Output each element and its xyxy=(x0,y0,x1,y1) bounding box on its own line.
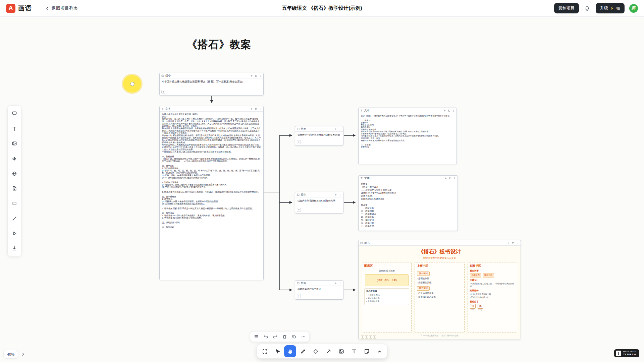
select-tool[interactable] xyxy=(271,345,283,357)
more-tools-button[interactable] xyxy=(373,345,385,357)
cursor-icon xyxy=(274,348,281,355)
text-tool[interactable] xyxy=(348,345,360,357)
menu-button[interactable] xyxy=(252,332,261,341)
text-tool-button[interactable] xyxy=(10,124,19,133)
zoom-level[interactable]: 40% xyxy=(3,350,18,359)
expand-panel-button[interactable] xyxy=(19,351,27,358)
more-icon[interactable] xyxy=(452,109,455,112)
board-title: 《搭石》板书设计 xyxy=(362,248,517,255)
eraser-tool[interactable] xyxy=(310,345,322,357)
frame-action-button[interactable] xyxy=(361,335,364,339)
sparkle-icon[interactable] xyxy=(507,241,510,244)
section-header: 易错生字 xyxy=(470,300,515,303)
ai-sparkle-button[interactable] xyxy=(297,140,301,144)
comment-tool-button[interactable] xyxy=(10,109,19,118)
board-column-main: 上板书区 第一课时 搭石的作用 摆搭石的美德 第二课时 行人协调有序美 敬老谦让… xyxy=(415,262,464,333)
sparkle-icon[interactable] xyxy=(444,177,447,180)
audio-tool-button[interactable] xyxy=(10,154,19,163)
sparkle-icon[interactable] xyxy=(334,193,337,196)
sparkle-icon[interactable] xyxy=(334,127,337,130)
undo-button[interactable] xyxy=(261,332,270,341)
character-box: 汛 xùn xyxy=(470,304,476,311)
asset-tool[interactable] xyxy=(335,345,347,357)
image-tool-button[interactable] xyxy=(10,139,19,148)
note-tool[interactable] xyxy=(361,345,373,357)
hand-tool[interactable] xyxy=(284,345,296,357)
prompt-card-3[interactable]: 指令 结合内容帮我做翻页ppt,设计ppt大纲 xyxy=(295,192,343,214)
export-tool-button[interactable] xyxy=(10,244,19,253)
web-tool-button[interactable] xyxy=(10,169,19,178)
more-icon[interactable] xyxy=(259,74,262,77)
trash-icon xyxy=(282,334,287,340)
more-icon[interactable] xyxy=(453,177,456,180)
frame-action-button[interactable] xyxy=(369,335,372,339)
list-item: 敬老谦让的心灵美 xyxy=(417,295,462,299)
document-text: 你好!小学五年级上册语文第五课《搭石》 原文: 我的家乡有一条无名小溪,五六个小… xyxy=(160,112,263,280)
expand-icon[interactable] xyxy=(448,177,451,180)
sparkle-icon[interactable] xyxy=(250,74,253,77)
connector-tool-button[interactable] xyxy=(10,214,19,223)
more-icon[interactable] xyxy=(259,107,262,110)
frame-action-button[interactable] xyxy=(365,335,368,339)
more-icon[interactable] xyxy=(516,241,519,244)
globe-icon xyxy=(11,171,17,177)
more-icon[interactable] xyxy=(338,193,341,196)
sparkle-icon[interactable] xyxy=(443,109,446,112)
sparkle-icon[interactable] xyxy=(250,107,253,110)
expand-icon[interactable] xyxy=(512,241,515,244)
badge-line1: MADE WITH xyxy=(623,351,637,353)
frame-action-button[interactable] xyxy=(373,335,376,339)
prompt-card-2[interactable]: 指令 请用教学中的生字运用技巧讲解搭配示例 xyxy=(295,126,343,146)
frame-tool-button[interactable] xyxy=(10,199,19,208)
undo-icon xyxy=(263,334,269,340)
more-options-button[interactable] xyxy=(299,332,308,341)
column-header: 副板书区 xyxy=(470,264,515,268)
upgrade-button[interactable]: 升级 48 xyxy=(596,3,625,13)
redo-button[interactable] xyxy=(271,332,279,341)
expand-icon[interactable] xyxy=(254,74,257,77)
ai-sparkle-button[interactable] xyxy=(161,90,165,94)
board-frame[interactable]: 板书 《搭石》板书设计 理解语文教学的逻辑美与人文美 图示区 背景图:搭石场景 … xyxy=(358,240,521,340)
text-card-lesson-plan[interactable]: 文本 你好!小学五年级上册语文第五课《搭石》 原文: 我的家乡有一条无名小溪,五… xyxy=(159,106,264,280)
back-to-projects-link[interactable]: 返回项目列表 xyxy=(45,5,78,11)
tldraw-logo-icon: t xyxy=(616,351,621,356)
list-item: 比较:身边平凡事物之美 xyxy=(470,293,515,296)
app-logo[interactable]: A 画语 xyxy=(6,4,32,13)
highlighted-shape[interactable] xyxy=(130,81,135,86)
ai-sparkle-button[interactable] xyxy=(297,294,301,298)
user-avatar[interactable]: 师 xyxy=(629,4,638,13)
text-icon xyxy=(360,177,363,180)
document-tool-button[interactable] xyxy=(10,184,19,193)
tldraw-badge[interactable]: t MADE WITH TLDRAW xyxy=(614,349,639,357)
highlight-glow[interactable] xyxy=(123,75,141,93)
text-card-characters[interactable]: 文本 你好!《搭石》一课的教学内容,涵盖课文重点生字中的三个典型生字进行详细讲解… xyxy=(358,108,457,164)
sparkle-icon[interactable] xyxy=(334,282,337,285)
page-title[interactable]: 《搭石》教案 xyxy=(187,38,251,52)
column-header: 图示区 xyxy=(364,264,409,268)
prompt-card-4[interactable]: 指令 接着教案进行板书设计 xyxy=(295,280,343,300)
expand-icon[interactable] xyxy=(447,109,450,112)
duplicate-button[interactable] xyxy=(289,332,298,341)
document-text: 你好!《搭石》一课的教学内容,涵盖课文重点生字中的三个典型生字进行详细讲解,便于… xyxy=(359,113,457,164)
expand-icon[interactable] xyxy=(254,107,257,110)
ai-sparkle-button[interactable] xyxy=(297,208,301,212)
command-icon xyxy=(297,128,300,130)
text-card-ppt-outline[interactable]: 文本 封面页 《搭石》教学设计 ——小学语文五年级上册第五课 课程解读:人文性与… xyxy=(358,175,458,231)
draw-tool[interactable] xyxy=(297,345,309,357)
chevron-right-icon xyxy=(21,352,25,356)
sub-box-title: 协作互动线 xyxy=(366,290,407,293)
arrow-tool[interactable] xyxy=(322,345,334,357)
frame-select-tool[interactable] xyxy=(259,345,271,357)
delete-button[interactable] xyxy=(280,332,289,341)
character-box: 衡 héng xyxy=(478,304,483,311)
insert-panel xyxy=(7,105,21,257)
notification-bell-button[interactable] xyxy=(584,5,591,12)
more-icon[interactable] xyxy=(338,127,341,130)
video-tool-button[interactable] xyxy=(10,229,19,238)
pencil-icon xyxy=(300,348,307,355)
highlight-box: (清波 · 石头 · 人影) xyxy=(365,274,409,286)
prompt-card-1[interactable]: 指令 小学五年级上册人教版语文第五课 课文《搭石》,写一篇教案(附全文原文) xyxy=(159,73,264,96)
more-icon[interactable] xyxy=(338,282,341,285)
connector-arrows xyxy=(0,0,644,362)
copy-project-button[interactable]: 复制项目 xyxy=(554,3,579,13)
